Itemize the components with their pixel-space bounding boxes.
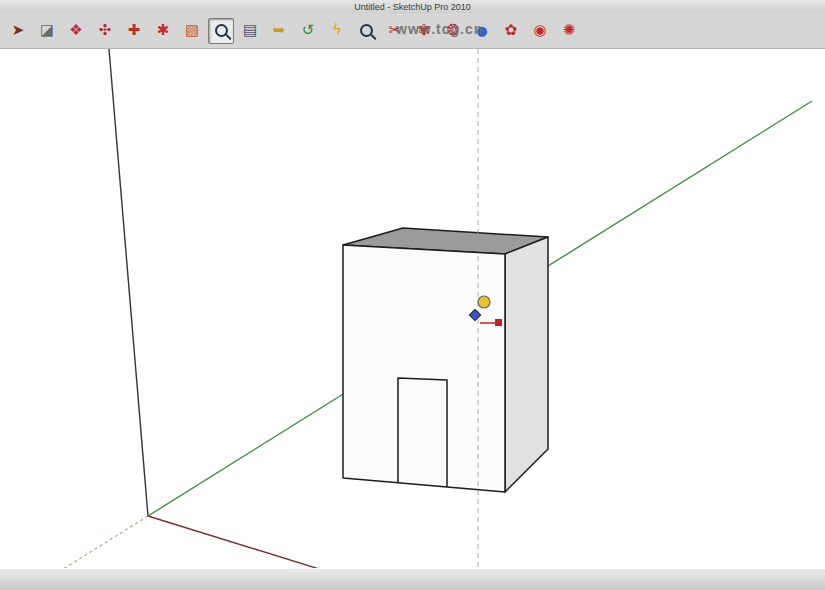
toolbar: ➤ ◪ ❖ ✣ ✚ ✱ ▧ ▤ ➥ ↺ ϟ ✂ ✾ ❂ ● ✿ ◉ ✺ www.… xyxy=(0,13,825,49)
model-viewport xyxy=(0,49,825,568)
camera-tool-button[interactable]: ● xyxy=(469,18,495,44)
rotate-icon: ✱ xyxy=(157,23,170,38)
rotate-tool-button[interactable]: ✱ xyxy=(150,18,176,44)
previous-view-tool-button[interactable]: ❂ xyxy=(440,18,466,44)
circle-tool-button[interactable]: ✣ xyxy=(92,18,118,44)
paint-bucket-icon: ➥ xyxy=(273,23,286,38)
camera-icon: ● xyxy=(476,24,487,37)
box-right-face xyxy=(505,237,548,492)
rectangle-tool-button[interactable]: ◪ xyxy=(34,18,60,44)
cursor-axis-lock-marker xyxy=(495,319,502,326)
component-tool-button[interactable]: ▧ xyxy=(179,18,205,44)
lightning-icon: ϟ xyxy=(332,23,342,38)
window-title: Untitled - SketchUp Pro 2010 xyxy=(354,2,471,12)
green-axis-negative-dotted xyxy=(60,516,148,568)
previous-view-icon: ❂ xyxy=(447,23,460,38)
walk-tool-button[interactable]: ◉ xyxy=(527,18,553,44)
rectangle-icon: ◪ xyxy=(40,23,54,38)
select-icon: ➤ xyxy=(12,23,25,38)
drawing-canvas[interactable] xyxy=(0,49,825,568)
followme-tool-button[interactable]: ϟ xyxy=(324,18,350,44)
text-dialog-icon: ▤ xyxy=(243,23,257,38)
select-tool-button[interactable]: ➤ xyxy=(5,18,31,44)
text-tool-button[interactable]: ▤ xyxy=(237,18,263,44)
blue-axis xyxy=(109,49,148,516)
cursor-inference-point xyxy=(478,296,490,308)
component-icon: ▧ xyxy=(185,23,199,38)
pan-tool-button[interactable]: ✿ xyxy=(498,18,524,44)
status-bar xyxy=(0,568,825,590)
zoom-extents-icon: ✾ xyxy=(418,23,431,38)
pan-icon: ✿ xyxy=(505,23,518,38)
red-axis xyxy=(148,516,400,568)
eraser-tool-button[interactable]: ❖ xyxy=(63,18,89,44)
circle-icon: ✣ xyxy=(99,23,112,38)
eraser-icon: ❖ xyxy=(69,23,82,38)
section-icon: ✺ xyxy=(563,23,576,38)
zoom-extents-tool-button[interactable]: ✾ xyxy=(411,18,437,44)
walk-icon: ◉ xyxy=(533,23,546,38)
paint-bucket-tool-button[interactable]: ➥ xyxy=(266,18,292,44)
zoom-window-tool-button[interactable] xyxy=(353,18,379,44)
move-tool-button[interactable]: ✚ xyxy=(121,18,147,44)
move-icon: ✚ xyxy=(128,23,141,38)
zoom-window-icon xyxy=(360,24,373,37)
title-bar: Untitled - SketchUp Pro 2010 xyxy=(0,0,825,13)
scale-tool-button[interactable]: ✂ xyxy=(382,18,408,44)
zoom-icon xyxy=(215,24,228,37)
scissors-icon: ✂ xyxy=(389,23,402,38)
zoom-tool-button[interactable] xyxy=(208,18,234,44)
section-tool-button[interactable]: ✺ xyxy=(556,18,582,44)
box-front-face xyxy=(343,245,505,492)
orbit-tool-button[interactable]: ↺ xyxy=(295,18,321,44)
orbit-icon: ↺ xyxy=(302,23,315,38)
